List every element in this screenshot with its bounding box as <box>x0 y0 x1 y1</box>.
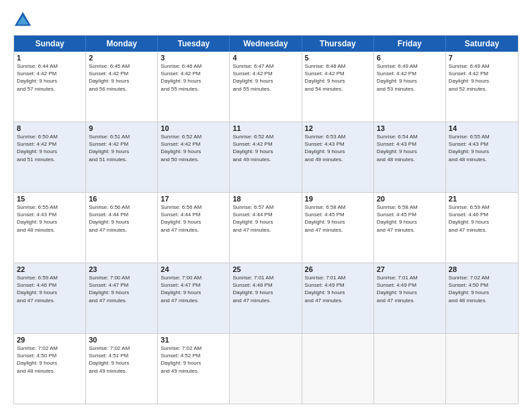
calendar-cell: 7Sunrise: 6:49 AM Sunset: 4:42 PM Daylig… <box>446 52 518 122</box>
calendar-cell: 26Sunrise: 7:01 AM Sunset: 4:49 PM Dayli… <box>302 263 374 333</box>
day-number: 3 <box>161 54 226 62</box>
day-number: 4 <box>232 54 298 62</box>
day-info: Sunrise: 7:00 AM Sunset: 4:47 PM Dayligh… <box>89 274 154 304</box>
calendar-cell: 29Sunrise: 7:02 AM Sunset: 4:50 PM Dayli… <box>14 334 86 404</box>
calendar-cell: 1Sunrise: 6:44 AM Sunset: 4:42 PM Daylig… <box>14 52 86 122</box>
header-day-monday: Monday <box>86 36 158 52</box>
calendar-cell: 3Sunrise: 6:46 AM Sunset: 4:42 PM Daylig… <box>158 52 230 122</box>
day-number: 22 <box>17 265 83 273</box>
calendar-cell: 5Sunrise: 6:48 AM Sunset: 4:42 PM Daylig… <box>302 52 374 122</box>
day-info: Sunrise: 6:55 AM Sunset: 4:43 PM Dayligh… <box>449 133 515 163</box>
calendar-cell <box>446 334 518 404</box>
calendar-cell <box>374 334 446 404</box>
day-info: Sunrise: 6:54 AM Sunset: 4:43 PM Dayligh… <box>377 133 443 163</box>
calendar-cell: 14Sunrise: 6:55 AM Sunset: 4:43 PM Dayli… <box>446 122 518 192</box>
day-info: Sunrise: 6:53 AM Sunset: 4:43 PM Dayligh… <box>305 133 371 163</box>
header-day-friday: Friday <box>374 36 446 52</box>
day-info: Sunrise: 6:51 AM Sunset: 4:42 PM Dayligh… <box>89 133 154 163</box>
calendar: SundayMondayTuesdayWednesdayThursdayFrid… <box>13 35 519 404</box>
calendar-cell: 20Sunrise: 6:58 AM Sunset: 4:45 PM Dayli… <box>374 193 446 263</box>
calendar-cell: 25Sunrise: 7:01 AM Sunset: 4:48 PM Dayli… <box>230 263 302 333</box>
day-number: 21 <box>449 195 515 203</box>
calendar-cell: 16Sunrise: 6:56 AM Sunset: 4:44 PM Dayli… <box>86 193 158 263</box>
day-number: 19 <box>305 195 371 203</box>
calendar-cell: 31Sunrise: 7:02 AM Sunset: 4:52 PM Dayli… <box>158 334 230 404</box>
day-number: 18 <box>232 195 298 203</box>
day-number: 27 <box>377 265 443 273</box>
day-info: Sunrise: 6:49 AM Sunset: 4:42 PM Dayligh… <box>377 62 443 93</box>
calendar-cell <box>302 334 374 404</box>
day-number: 11 <box>232 124 298 132</box>
day-number: 26 <box>305 265 371 273</box>
day-info: Sunrise: 7:01 AM Sunset: 4:49 PM Dayligh… <box>305 274 371 304</box>
header-day-saturday: Saturday <box>446 36 518 52</box>
day-number: 8 <box>17 124 83 132</box>
day-info: Sunrise: 6:44 AM Sunset: 4:42 PM Dayligh… <box>17 62 83 93</box>
header-day-wednesday: Wednesday <box>230 36 302 52</box>
day-number: 23 <box>89 265 154 273</box>
calendar-cell: 12Sunrise: 6:53 AM Sunset: 4:43 PM Dayli… <box>302 122 374 192</box>
logo-icon <box>13 11 32 30</box>
calendar-cell: 23Sunrise: 7:00 AM Sunset: 4:47 PM Dayli… <box>86 263 158 333</box>
page: SundayMondayTuesdayWednesdayThursdayFrid… <box>0 0 532 411</box>
calendar-cell: 27Sunrise: 7:01 AM Sunset: 4:49 PM Dayli… <box>374 263 446 333</box>
calendar-cell <box>230 334 302 404</box>
day-info: Sunrise: 6:55 AM Sunset: 4:43 PM Dayligh… <box>17 203 83 234</box>
day-number: 28 <box>449 265 515 273</box>
day-number: 15 <box>17 195 83 203</box>
calendar-cell: 11Sunrise: 6:52 AM Sunset: 4:42 PM Dayli… <box>230 122 302 192</box>
day-info: Sunrise: 6:47 AM Sunset: 4:42 PM Dayligh… <box>232 62 298 93</box>
calendar-row-1: 1Sunrise: 6:44 AM Sunset: 4:42 PM Daylig… <box>14 52 518 122</box>
day-number: 17 <box>161 195 226 203</box>
calendar-cell: 10Sunrise: 6:52 AM Sunset: 4:42 PM Dayli… <box>158 122 230 192</box>
day-info: Sunrise: 6:58 AM Sunset: 4:45 PM Dayligh… <box>377 203 443 234</box>
calendar-row-5: 29Sunrise: 7:02 AM Sunset: 4:50 PM Dayli… <box>14 334 518 404</box>
day-number: 13 <box>377 124 443 132</box>
calendar-header: SundayMondayTuesdayWednesdayThursdayFrid… <box>14 36 518 52</box>
day-number: 14 <box>449 124 515 132</box>
calendar-cell: 18Sunrise: 6:57 AM Sunset: 4:44 PM Dayli… <box>230 193 302 263</box>
day-number: 25 <box>232 265 298 273</box>
logo <box>13 11 35 30</box>
day-number: 30 <box>89 336 154 344</box>
calendar-cell: 21Sunrise: 6:59 AM Sunset: 4:46 PM Dayli… <box>446 193 518 263</box>
calendar-cell: 19Sunrise: 6:58 AM Sunset: 4:45 PM Dayli… <box>302 193 374 263</box>
day-info: Sunrise: 6:59 AM Sunset: 4:46 PM Dayligh… <box>17 274 83 304</box>
day-info: Sunrise: 6:57 AM Sunset: 4:44 PM Dayligh… <box>232 203 298 234</box>
day-number: 12 <box>305 124 371 132</box>
day-number: 24 <box>161 265 226 273</box>
day-info: Sunrise: 6:50 AM Sunset: 4:42 PM Dayligh… <box>17 133 83 163</box>
day-info: Sunrise: 7:00 AM Sunset: 4:47 PM Dayligh… <box>161 274 226 304</box>
day-info: Sunrise: 6:59 AM Sunset: 4:46 PM Dayligh… <box>449 203 515 234</box>
calendar-cell: 30Sunrise: 7:02 AM Sunset: 4:51 PM Dayli… <box>86 334 158 404</box>
day-info: Sunrise: 7:01 AM Sunset: 4:49 PM Dayligh… <box>377 274 443 304</box>
header-day-tuesday: Tuesday <box>158 36 230 52</box>
day-number: 16 <box>89 195 154 203</box>
calendar-cell: 17Sunrise: 6:56 AM Sunset: 4:44 PM Dayli… <box>158 193 230 263</box>
calendar-row-2: 8Sunrise: 6:50 AM Sunset: 4:42 PM Daylig… <box>14 122 518 193</box>
day-info: Sunrise: 6:49 AM Sunset: 4:42 PM Dayligh… <box>449 62 515 93</box>
day-info: Sunrise: 7:01 AM Sunset: 4:48 PM Dayligh… <box>232 274 298 304</box>
day-info: Sunrise: 7:02 AM Sunset: 4:51 PM Dayligh… <box>89 345 154 375</box>
day-number: 6 <box>377 54 443 62</box>
header <box>13 11 519 30</box>
day-info: Sunrise: 6:52 AM Sunset: 4:42 PM Dayligh… <box>232 133 298 163</box>
day-number: 5 <box>305 54 371 62</box>
calendar-cell: 24Sunrise: 7:00 AM Sunset: 4:47 PM Dayli… <box>158 263 230 333</box>
calendar-cell: 9Sunrise: 6:51 AM Sunset: 4:42 PM Daylig… <box>86 122 158 192</box>
day-info: Sunrise: 7:02 AM Sunset: 4:50 PM Dayligh… <box>17 345 83 375</box>
calendar-row-4: 22Sunrise: 6:59 AM Sunset: 4:46 PM Dayli… <box>14 263 518 334</box>
calendar-cell: 28Sunrise: 7:02 AM Sunset: 4:50 PM Dayli… <box>446 263 518 333</box>
day-info: Sunrise: 6:56 AM Sunset: 4:44 PM Dayligh… <box>89 203 154 234</box>
day-number: 9 <box>89 124 154 132</box>
calendar-row-3: 15Sunrise: 6:55 AM Sunset: 4:43 PM Dayli… <box>14 193 518 263</box>
day-info: Sunrise: 7:02 AM Sunset: 4:50 PM Dayligh… <box>449 274 515 304</box>
day-number: 20 <box>377 195 443 203</box>
calendar-cell: 6Sunrise: 6:49 AM Sunset: 4:42 PM Daylig… <box>374 52 446 122</box>
calendar-cell: 2Sunrise: 6:45 AM Sunset: 4:42 PM Daylig… <box>86 52 158 122</box>
header-day-thursday: Thursday <box>302 36 374 52</box>
calendar-cell: 22Sunrise: 6:59 AM Sunset: 4:46 PM Dayli… <box>14 263 86 333</box>
calendar-cell: 15Sunrise: 6:55 AM Sunset: 4:43 PM Dayli… <box>14 193 86 263</box>
calendar-cell: 4Sunrise: 6:47 AM Sunset: 4:42 PM Daylig… <box>230 52 302 122</box>
day-info: Sunrise: 6:58 AM Sunset: 4:45 PM Dayligh… <box>305 203 371 234</box>
